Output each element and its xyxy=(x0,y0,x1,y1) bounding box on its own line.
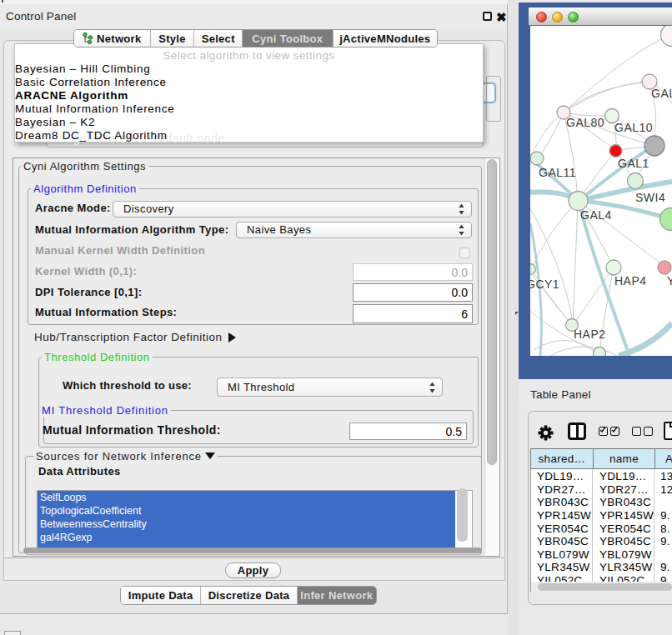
svg-text:Y: Y xyxy=(667,274,672,288)
svg-text:GCY1: GCY1 xyxy=(530,278,559,291)
svg-text:GAL11: GAL11 xyxy=(539,166,576,179)
svg-text:GAL4: GAL4 xyxy=(580,208,612,222)
svg-text:HAP2: HAP2 xyxy=(574,328,606,341)
svg-text:HAP4: HAP4 xyxy=(614,274,647,288)
svg-text:GAL10: GAL10 xyxy=(614,121,653,134)
svg-text:GAL1: GAL1 xyxy=(618,157,649,170)
svg-text:SWI4: SWI4 xyxy=(635,191,665,204)
svg-text:GAL80: GAL80 xyxy=(566,116,604,129)
svg-text:GAL7: GAL7 xyxy=(651,87,672,100)
